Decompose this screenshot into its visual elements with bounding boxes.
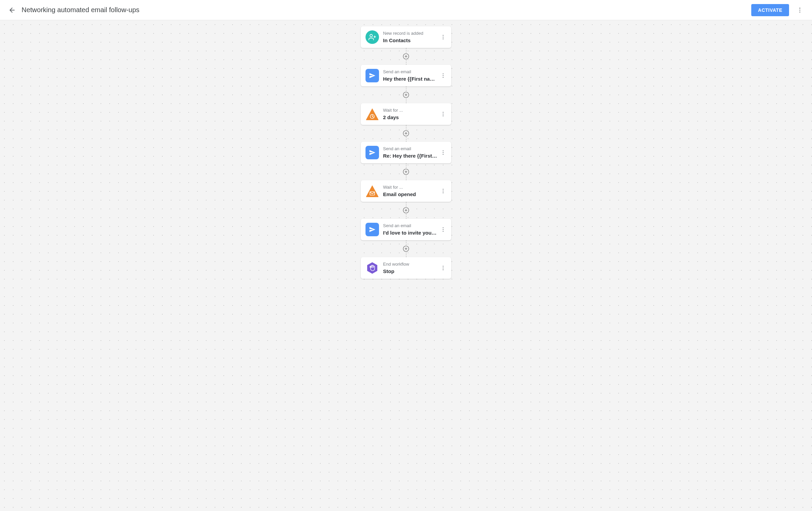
svg-point-9 (443, 38, 444, 39)
node-description: Re: Hey there {{First n… (383, 152, 438, 159)
node-overflow-menu[interactable] (438, 147, 449, 158)
svg-point-28 (443, 150, 444, 151)
page-title: Networking automated email follow-ups (22, 6, 751, 14)
svg-point-14 (443, 75, 444, 76)
node-overflow-menu[interactable] (438, 109, 449, 119)
node-overflow-menu[interactable] (438, 32, 449, 43)
node-overflow-menu[interactable] (438, 263, 449, 273)
svg-point-8 (443, 37, 444, 38)
add-step-button[interactable] (402, 207, 410, 214)
header-overflow-menu[interactable] (794, 4, 806, 16)
node-overflow-menu[interactable] (438, 186, 449, 196)
back-button[interactable] (6, 4, 18, 16)
more-vertical-icon (440, 188, 446, 194)
more-vertical-icon (440, 150, 446, 156)
plus-circle-icon (402, 207, 410, 214)
svg-point-36 (443, 191, 444, 192)
node-description: 2 days (383, 114, 438, 121)
connector (402, 163, 410, 180)
send-icon (366, 69, 379, 82)
workflow-node-stop[interactable]: End workflow Stop (361, 257, 451, 279)
connector (402, 86, 410, 103)
send-icon (366, 223, 379, 236)
more-vertical-icon (440, 34, 446, 40)
workflow-node-email[interactable]: Send an email Re: Hey there {{First n… (361, 142, 451, 163)
svg-point-29 (443, 152, 444, 153)
connector-line (406, 48, 406, 53)
workflow-node-email[interactable]: Send an email Hey there {{First name… (361, 65, 451, 86)
workflow-canvas[interactable]: New record is added In Contacts Send an … (0, 20, 812, 511)
connector-line (406, 137, 406, 142)
more-vertical-icon (440, 265, 446, 271)
connector-line (406, 252, 406, 257)
mail-triangle-icon (366, 184, 379, 198)
add-step-button[interactable] (402, 91, 410, 99)
node-description: I'd love to invite you to… (383, 229, 438, 236)
connector-line (406, 176, 406, 180)
node-description: Hey there {{First name… (383, 75, 438, 82)
plus-circle-icon (402, 91, 410, 99)
svg-marker-47 (367, 262, 377, 274)
svg-point-49 (443, 268, 444, 269)
svg-point-42 (443, 229, 444, 230)
plus-circle-icon (402, 245, 410, 252)
workflow-node-wait[interactable]: Wait for ... 2 days (361, 103, 451, 125)
more-vertical-icon (440, 73, 446, 79)
node-step-label: Send an email (383, 223, 438, 229)
svg-point-7 (443, 35, 444, 36)
clock-triangle-icon (366, 107, 379, 121)
add-step-button[interactable] (402, 130, 410, 137)
plus-circle-icon (402, 53, 410, 60)
hand-stop-icon (366, 261, 379, 275)
node-overflow-menu[interactable] (438, 224, 449, 235)
connector-line (406, 99, 406, 103)
svg-point-3 (800, 11, 801, 12)
arrow-left-icon (8, 6, 16, 14)
add-step-button[interactable] (402, 53, 410, 60)
workflow-node-email[interactable]: Send an email I'd love to invite you to… (361, 219, 451, 240)
node-step-label: End workflow (383, 261, 438, 267)
connector-line (406, 163, 406, 168)
connector-line (406, 240, 406, 245)
connector-line (406, 86, 406, 91)
node-step-label: Send an email (383, 146, 438, 152)
svg-point-24 (443, 115, 444, 116)
svg-point-35 (443, 189, 444, 190)
node-text: Send an email I'd love to invite you to… (383, 223, 438, 236)
activate-button[interactable]: ACTIVATE (751, 4, 789, 16)
node-description: Email opened (383, 191, 438, 198)
connector (402, 48, 410, 65)
node-text: Send an email Hey there {{First name… (383, 69, 438, 82)
node-description: Stop (383, 268, 438, 275)
connector-line (406, 214, 406, 219)
connector (402, 240, 410, 257)
node-step-label: New record is added (383, 30, 438, 36)
node-text: Send an email Re: Hey there {{First n… (383, 146, 438, 159)
node-overflow-menu[interactable] (438, 70, 449, 81)
send-icon (366, 146, 379, 159)
svg-point-50 (443, 269, 444, 270)
add-step-button[interactable] (402, 168, 410, 176)
node-text: New record is added In Contacts (383, 30, 438, 44)
connector (402, 202, 410, 219)
person-add-icon (366, 30, 379, 44)
plus-circle-icon (402, 130, 410, 137)
node-text: End workflow Stop (383, 261, 438, 274)
node-step-label: Send an email (383, 69, 438, 75)
svg-point-43 (443, 231, 444, 232)
add-step-button[interactable] (402, 245, 410, 252)
svg-point-4 (370, 34, 372, 37)
workflow-node-trigger[interactable]: New record is added In Contacts (361, 26, 451, 48)
svg-point-37 (443, 192, 444, 193)
more-vertical-icon (796, 7, 803, 14)
svg-point-41 (443, 227, 444, 228)
svg-point-13 (443, 73, 444, 74)
more-vertical-icon (440, 111, 446, 117)
node-step-label: Wait for ... (383, 107, 438, 113)
svg-point-30 (443, 154, 444, 155)
svg-point-48 (443, 266, 444, 267)
more-vertical-icon (440, 226, 446, 233)
connector (402, 125, 410, 142)
workflow-node-wait[interactable]: Wait for ... Email opened (361, 180, 451, 202)
svg-point-22 (443, 112, 444, 113)
